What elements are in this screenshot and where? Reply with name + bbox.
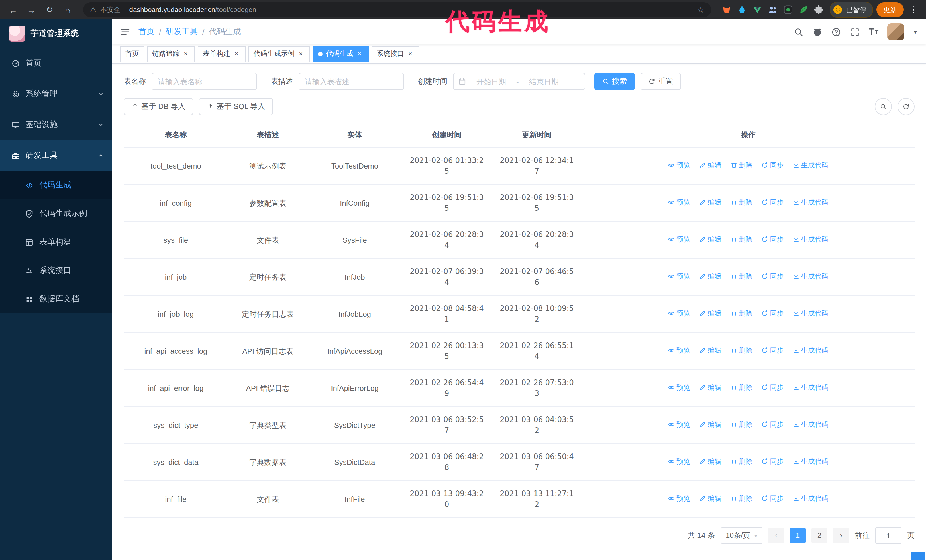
sync-link[interactable]: 同步: [761, 197, 784, 208]
generate-code-link[interactable]: 生成代码: [793, 234, 829, 245]
breadcrumb-home[interactable]: 首页: [138, 27, 154, 37]
tab-form-builder[interactable]: 表单构建×: [198, 46, 246, 62]
preview-link[interactable]: 预览: [668, 160, 690, 171]
fullscreen-icon[interactable]: [850, 27, 859, 37]
sync-link[interactable]: 同步: [761, 271, 784, 282]
sync-link[interactable]: 同步: [761, 494, 784, 504]
preview-link[interactable]: 预览: [668, 308, 690, 319]
profile-paused-chip[interactable]: 已暂停: [830, 2, 873, 18]
tab-tracing[interactable]: 链路追踪×: [147, 46, 195, 62]
generate-code-link[interactable]: 生成代码: [793, 271, 829, 282]
search-button[interactable]: 搜索: [595, 73, 635, 90]
sync-link[interactable]: 同步: [761, 234, 784, 245]
delete-link[interactable]: 删除: [730, 382, 752, 393]
sidebar-item-infra[interactable]: 基础设施: [0, 109, 112, 140]
sidebar-item-codegen[interactable]: 代码生成: [0, 171, 112, 199]
table-desc-input[interactable]: [299, 73, 404, 90]
sidebar-toggle-icon[interactable]: [112, 27, 138, 37]
recorder-extension-icon[interactable]: [783, 5, 793, 15]
header-search-icon[interactable]: [793, 27, 803, 37]
generate-code-link[interactable]: 生成代码: [793, 345, 829, 356]
close-icon[interactable]: ×: [297, 50, 305, 58]
page-button-1[interactable]: 1: [790, 528, 806, 543]
people-extension-icon[interactable]: [767, 5, 778, 15]
toggle-search-button[interactable]: [875, 98, 892, 115]
fox-extension-icon[interactable]: [722, 5, 732, 15]
edit-link[interactable]: 编辑: [699, 456, 722, 467]
breadcrumb-devtools[interactable]: 研发工具: [166, 27, 198, 37]
sync-link[interactable]: 同步: [761, 382, 784, 393]
close-icon[interactable]: ×: [406, 50, 414, 58]
sidebar-item-codegen-demo[interactable]: 代码生成示例: [0, 199, 112, 228]
edit-link[interactable]: 编辑: [699, 271, 722, 282]
preview-link[interactable]: 预览: [668, 419, 690, 430]
preview-link[interactable]: 预览: [668, 456, 690, 467]
close-icon[interactable]: ×: [182, 50, 190, 58]
tab-home[interactable]: 首页: [120, 46, 144, 62]
font-size-icon[interactable]: TT: [869, 27, 878, 37]
tab-codegen[interactable]: 代码生成×: [313, 46, 369, 62]
generate-code-link[interactable]: 生成代码: [793, 419, 829, 430]
sync-link[interactable]: 同步: [761, 345, 784, 356]
drop-extension-icon[interactable]: [737, 5, 747, 15]
delete-link[interactable]: 删除: [730, 160, 752, 171]
delete-link[interactable]: 删除: [730, 308, 752, 319]
sync-link[interactable]: 同步: [761, 419, 784, 430]
sidebar-item-system[interactable]: 系统管理: [0, 78, 112, 109]
close-icon[interactable]: ×: [233, 50, 241, 58]
table-name-input[interactable]: [151, 73, 257, 90]
sync-link[interactable]: 同步: [761, 160, 784, 171]
generate-code-link[interactable]: 生成代码: [793, 456, 829, 467]
edit-link[interactable]: 编辑: [699, 382, 722, 393]
sync-link[interactable]: 同步: [761, 456, 784, 467]
delete-link[interactable]: 删除: [730, 494, 752, 504]
preview-link[interactable]: 预览: [668, 382, 690, 393]
page-size-select[interactable]: 10条/页 ▾: [720, 527, 763, 544]
generate-code-link[interactable]: 生成代码: [793, 382, 829, 393]
sidebar-item-devtools[interactable]: 研发工具: [0, 140, 112, 171]
corner-widget[interactable]: [911, 552, 925, 560]
generate-code-link[interactable]: 生成代码: [793, 160, 829, 171]
user-avatar[interactable]: [888, 23, 905, 41]
import-sql-button[interactable]: 基于 SQL 导入: [199, 98, 273, 115]
edit-link[interactable]: 编辑: [699, 419, 722, 430]
delete-link[interactable]: 删除: [730, 456, 752, 467]
help-icon[interactable]: [831, 27, 841, 37]
delete-link[interactable]: 删除: [730, 234, 752, 245]
browser-forward-button[interactable]: →: [24, 2, 39, 17]
end-date-input[interactable]: [521, 77, 567, 86]
close-icon[interactable]: ×: [356, 50, 363, 58]
edit-link[interactable]: 编辑: [699, 308, 722, 319]
tab-codegen-demo[interactable]: 代码生成示例×: [248, 46, 310, 62]
extensions-puzzle-icon[interactable]: [814, 5, 824, 15]
logo[interactable]: 芋道管理系统: [0, 20, 112, 48]
sidebar-item-system-api[interactable]: 系统接口: [0, 257, 112, 285]
preview-link[interactable]: 预览: [668, 197, 690, 208]
prev-page-button[interactable]: ‹: [768, 528, 784, 543]
goto-page-input[interactable]: [875, 527, 902, 544]
page-button-2[interactable]: 2: [811, 528, 828, 543]
next-page-button[interactable]: ›: [833, 528, 849, 543]
generate-code-link[interactable]: 生成代码: [793, 197, 829, 208]
sidebar-item-db-doc[interactable]: 数据库文档: [0, 285, 112, 313]
edit-link[interactable]: 编辑: [699, 345, 722, 356]
sidebar-item-home[interactable]: 首页: [0, 48, 112, 78]
sync-link[interactable]: 同步: [761, 308, 784, 319]
avatar-caret-icon[interactable]: ▾: [914, 28, 917, 36]
edit-link[interactable]: 编辑: [699, 197, 722, 208]
browser-back-button[interactable]: ←: [6, 2, 21, 17]
tab-system-api[interactable]: 系统接口×: [372, 46, 419, 62]
edit-link[interactable]: 编辑: [699, 494, 722, 504]
preview-link[interactable]: 预览: [668, 345, 690, 356]
delete-link[interactable]: 删除: [730, 271, 752, 282]
edit-link[interactable]: 编辑: [699, 160, 722, 171]
generate-code-link[interactable]: 生成代码: [793, 308, 829, 319]
date-range-picker[interactable]: -: [453, 73, 585, 90]
delete-link[interactable]: 删除: [730, 419, 752, 430]
edit-link[interactable]: 编辑: [699, 234, 722, 245]
browser-menu-icon[interactable]: ⋮: [907, 5, 920, 15]
github-icon[interactable]: [812, 27, 822, 37]
address-bar[interactable]: ⚠ 不安全 dashboard.yudao.iocoder.cn/tool/co…: [83, 2, 711, 17]
bookmark-star-icon[interactable]: ☆: [697, 5, 704, 14]
refresh-table-button[interactable]: [897, 98, 915, 115]
